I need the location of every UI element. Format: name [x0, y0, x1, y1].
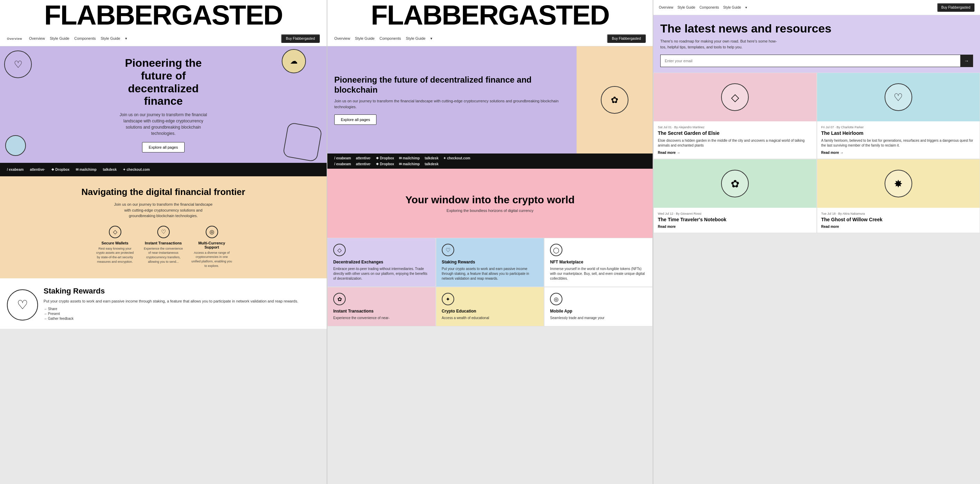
col2-nav-link-styleguide2[interactable]: Style Guide	[406, 36, 426, 41]
feature-transactions: ♡ Instant Transactions Experience the co…	[143, 226, 184, 268]
card-education: ✦ Crypto Education Access a wealth of ed…	[436, 287, 544, 326]
col2-nav-dropdown-arrow[interactable]: ▾	[430, 36, 433, 41]
news-card-traveler-title: The Time Traveler's Notebook	[658, 217, 812, 223]
col2-logo-talkdesk1: talkdesk	[425, 156, 438, 160]
col1-nav-cta[interactable]: Buy Flabbergasted	[281, 34, 320, 43]
staking-title: Staking Rewards	[43, 287, 298, 296]
news-card-heirloom-meta: Fri Jul 07 · By Charlotte Parker	[821, 126, 976, 129]
deco-heart-icon: ♡	[14, 59, 22, 70]
news-card-elsie: ◇ Sat Jul 01 · By Alejandro Martinez The…	[653, 73, 817, 159]
card-dex: ◇ Decentralized Exchanges Embrace peer-t…	[327, 238, 436, 287]
staking-link-present[interactable]: Present	[43, 312, 298, 316]
feature-transactions-title: Instant Transactions	[143, 241, 184, 245]
nav-link-components[interactable]: Components	[74, 36, 96, 41]
news-card-elsie-body: Sat Jul 01 · By Alejandro Martinez The S…	[654, 121, 816, 159]
diamond-icon-pink: ◇	[731, 91, 739, 103]
col2-nav-link-components[interactable]: Components	[380, 36, 401, 41]
col2-logos-double: / exabeam attentive· ❖ Dropbox ✉ mailchi…	[327, 153, 653, 169]
col2-nav-cta[interactable]: Buy Flabbergasted	[607, 34, 646, 43]
col1-staking: ♡ Staking Rewards Put your crypto assets…	[0, 278, 327, 329]
col3-nav-link-overview[interactable]: Overview	[659, 6, 673, 10]
col1-hero: ♡ ☁ Pioneering the future of decentraliz…	[0, 46, 327, 163]
col1-hero-title: Pioneering the future of decentralized f…	[108, 57, 219, 108]
staking-desc: Put your crypto assets to work and earn …	[43, 298, 298, 304]
feature-multicurrency: ◎ Multi-Currency Support Access a divers…	[191, 226, 233, 268]
col3-news-header: The latest news and resources There's no…	[653, 15, 980, 73]
email-submit-button[interactable]: →	[960, 55, 973, 67]
card-nft: ◯ NFT Marketplace Immerse yourself in th…	[544, 238, 653, 287]
news-card-elsie-readmore[interactable]: Read more →	[658, 151, 812, 154]
news-card-ghost-img-icon: ✸	[885, 170, 912, 197]
news-card-traveler: ✿ Wed Jul 12 · By Giovanni Rossi The Tim…	[653, 159, 817, 233]
feature-multicurrency-title: Multi-Currency Support	[191, 241, 233, 249]
news-card-ghost-body: Tue Jul 18 · By Akira Nakamura The Ghost…	[817, 208, 980, 232]
col2-logo-dropbox2: ❖ Dropbox	[376, 162, 394, 166]
col3-nav-cta[interactable]: Buy Flabbergasted	[937, 3, 974, 12]
news-card-ghost-readmore[interactable]: Read more	[821, 225, 976, 229]
nav-link-overview[interactable]: Overview	[29, 36, 45, 41]
col2-logo-mailchimp2: ✉ mailchimp	[399, 162, 420, 166]
card-staking-icon: ♡	[442, 244, 454, 256]
news-card-heirloom: ♡ Fri Jul 07 · By Charlotte Parker The L…	[817, 73, 980, 159]
feature-wallets-desc: Rest easy knowing your crypto assets are…	[94, 247, 136, 264]
news-card-traveler-meta: Wed Jul 12 · By Giovanni Rossi	[658, 212, 812, 215]
feature-wallets: ◇ Secure Wallets Rest easy knowing your …	[94, 226, 136, 268]
deco-cloud-icon: ☁	[290, 57, 298, 66]
col2-deco-flower-icon: ✿	[611, 95, 619, 105]
logo-attentive: attentive·	[30, 168, 45, 172]
col2-nav-link-overview[interactable]: Overview	[334, 36, 350, 41]
nav-link-styleguide[interactable]: Style Guide	[50, 36, 70, 41]
heart-icon-blue: ♡	[894, 91, 903, 103]
nav-link-styleguide2[interactable]: Style Guide	[100, 36, 120, 41]
col2-window-title: Your window into the crypto world	[406, 194, 574, 206]
col2-hero-cta[interactable]: Explore all pages	[334, 115, 377, 125]
card-nft-icon: ◯	[550, 244, 562, 256]
card-education-title: Crypto Education	[442, 309, 539, 314]
news-card-ghost: ✸ Tue Jul 18 · By Akira Nakamura The Gho…	[817, 159, 980, 233]
feature-multicurrency-icon: ◎	[206, 226, 218, 238]
col1-logos: / exabeam attentive· ❖ Dropbox ✉ mailchi…	[0, 163, 327, 176]
news-card-traveler-img-icon: ✿	[721, 170, 749, 197]
col2-logo-exabeam1: / exabeam	[334, 156, 351, 160]
feature-multicurrency-desc: Access a diverse range of cryptocurrenci…	[191, 251, 233, 268]
column-1: FLABBERGASTED Overview Overview Style Gu…	[0, 0, 327, 484]
deco-cloud-circle: ☁	[282, 49, 306, 73]
col2-nav-link-styleguide[interactable]: Style Guide	[355, 36, 375, 41]
dex-diamond-icon: ◇	[337, 247, 342, 253]
news-card-elsie-desc: Elsie discovers a hidden garden in the m…	[658, 138, 812, 148]
email-input[interactable]	[660, 55, 960, 67]
col1-hero-cta[interactable]: Explore all pages	[142, 142, 184, 153]
logo-checkout: ✦ checkout.com	[123, 168, 150, 172]
heart-icon: ♡	[161, 229, 166, 235]
col3-nav-link-components[interactable]: Components	[699, 6, 719, 10]
card-instant: ✿ Instant Transactions Experience the co…	[327, 287, 436, 326]
diamond-icon: ◇	[113, 229, 117, 235]
news-card-ghost-img: ✸	[817, 159, 980, 208]
news-card-elsie-img: ◇	[654, 73, 816, 121]
col1-nav: Overview Overview Style Guide Components…	[0, 31, 327, 46]
card-education-icon: ✦	[442, 293, 454, 305]
col2-window-subtitle: Exploring the boundless horizons of digi…	[447, 209, 533, 213]
col1-hero-subtitle: Join us on our journey to transform the …	[115, 111, 212, 137]
col3-nav-dropdown-arrow[interactable]: ▾	[745, 6, 747, 10]
staking-link-share[interactable]: Share	[43, 307, 298, 311]
column-3: Overview Style Guide Components Style Gu…	[653, 0, 980, 484]
col2-logo-attentive1: attentive·	[356, 156, 371, 160]
flower-icon-green: ✿	[731, 178, 740, 190]
col2-hero-subtitle: Join us on our journey to transform the …	[334, 98, 570, 110]
staking-link-feedback[interactable]: Gather feedback	[43, 317, 298, 320]
news-card-traveler-readmore[interactable]: Read more	[658, 225, 812, 229]
col3-nav-link-styleguide[interactable]: Style Guide	[678, 6, 695, 10]
feature-transactions-desc: Experience the convenience of near-insta…	[143, 247, 184, 264]
col3-nav-link-styleguide2[interactable]: Style Guide	[723, 6, 741, 10]
news-card-heirloom-readmore[interactable]: Read more →	[821, 151, 976, 154]
logo-talkdesk: talkdesk	[103, 168, 116, 172]
col1-nav-brand: Overview	[7, 37, 22, 40]
col3-news-grid: ◇ Sat Jul 01 · By Alejandro Martinez The…	[653, 73, 980, 233]
card-dex-title: Decentralized Exchanges	[333, 260, 430, 264]
nav-dropdown-arrow[interactable]: ▾	[125, 36, 127, 41]
col2-logo-talkdesk2: talkdesk	[425, 162, 438, 166]
col3-news-title: The latest news and resources	[660, 22, 973, 35]
col3-nav: Overview Style Guide Components Style Gu…	[653, 0, 980, 15]
col2-cards-grid: ◇ Decentralized Exchanges Embrace peer-t…	[327, 238, 653, 326]
